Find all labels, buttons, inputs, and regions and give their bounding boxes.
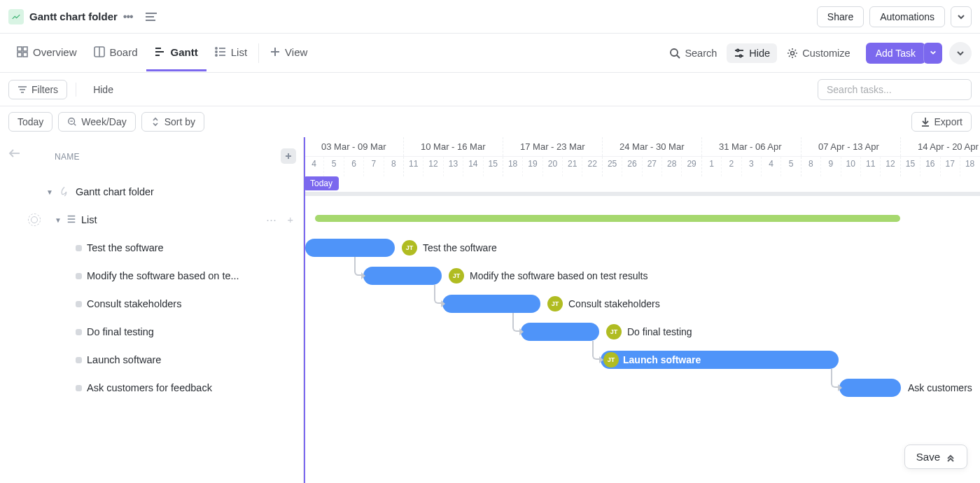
task-bar[interactable]: JTConsult stakeholders	[442, 295, 540, 313]
week-cell: 14 Apr - 20 Apr	[900, 137, 980, 156]
name-column-header: NAME	[0, 137, 303, 176]
folder-title[interactable]: Gantt chart folder	[29, 10, 118, 22]
day-cell: 27	[642, 157, 662, 176]
filters-label: Filters	[31, 84, 58, 95]
export-button[interactable]: Export	[911, 112, 972, 132]
more-icon[interactable]: •••	[123, 10, 133, 23]
name-header-label: NAME	[55, 152, 80, 162]
collapse-sidebar-icon[interactable]	[7, 148, 20, 160]
save-label: Save	[916, 451, 940, 463]
tab-list[interactable]: List	[206, 35, 255, 71]
top-header: Gantt chart folder ••• Share Automations	[0, 0, 980, 34]
day-cell: 6	[344, 157, 363, 176]
leaf-icon	[58, 186, 71, 198]
day-cell: 11	[403, 157, 423, 176]
description-icon[interactable]	[146, 13, 157, 21]
tab-gantt[interactable]: Gantt	[146, 35, 206, 71]
share-button[interactable]: Share	[817, 6, 864, 27]
save-button[interactable]: Save	[904, 444, 967, 469]
scroll-track[interactable]	[304, 192, 980, 196]
week-cell: 03 Mar - 09 Mar	[304, 137, 403, 156]
caret-down-icon[interactable]: ▼	[55, 216, 62, 224]
avatar-icon: JT	[547, 296, 563, 312]
tree-task-row[interactable]: Do final testing	[0, 318, 303, 346]
tool-customize[interactable]: Customize	[780, 43, 858, 63]
task-bar-launch[interactable]: JT Launch software	[601, 351, 839, 369]
day-cell: 14	[463, 157, 482, 176]
svg-point-25	[740, 55, 742, 57]
day-cell: 12	[880, 157, 899, 176]
customize-label: Customize	[802, 48, 850, 59]
filters-row: Filters Hide	[0, 73, 980, 106]
add-task-chevron[interactable]	[923, 43, 942, 64]
list-add-icon[interactable]: +	[288, 214, 293, 225]
tree-task-row[interactable]: Launch software	[0, 346, 303, 374]
svg-rect-3	[18, 47, 22, 51]
tree-list-row[interactable]: ▼ List ⋯ +	[0, 206, 303, 234]
bar-text: Consult stakeholders	[568, 298, 660, 309]
day-cell: 15	[900, 157, 920, 176]
tree-task-row[interactable]: Consult stakeholders	[0, 290, 303, 318]
dependency-arrow-icon	[519, 328, 524, 335]
day-cell: 8	[801, 157, 820, 176]
task-bar[interactable]: Ask customers	[839, 379, 901, 397]
task-bar[interactable]: JTTest the software	[305, 239, 395, 257]
week-cell: 07 Apr - 13 Apr	[801, 137, 900, 156]
day-cell: 5	[323, 157, 343, 176]
tab-list-label: List	[231, 46, 247, 58]
timeline[interactable]: 03 Mar - 09 Mar 10 Mar - 16 Mar 17 Mar -…	[304, 137, 980, 483]
tree-task-row[interactable]: Test the software	[0, 234, 303, 262]
task-bar-label: Ask customers	[901, 379, 972, 397]
day-cell: 16	[920, 157, 939, 176]
day-cell: 11	[860, 157, 880, 176]
caret-down-icon[interactable]: ▼	[46, 188, 53, 196]
dependency-arrow-icon	[599, 356, 603, 363]
dependency-arrow-icon	[838, 384, 842, 391]
tabs-right: Search Hide Customize Add Task	[662, 42, 972, 64]
filters-divider	[76, 83, 76, 97]
today-button[interactable]: Today	[8, 112, 52, 132]
day-cell: 1	[701, 157, 721, 176]
automations-chevron[interactable]	[951, 6, 972, 27]
tab-board[interactable]: Board	[85, 35, 146, 71]
bar-text: Ask customers	[908, 382, 972, 393]
search-tasks-input[interactable]	[818, 79, 972, 100]
task-name: Modify the software based on te...	[87, 270, 239, 281]
list-more-icon[interactable]: ⋯	[266, 214, 276, 225]
tabs-row: Overview Board Gantt List View Search Hi…	[0, 34, 980, 73]
tool-search[interactable]: Search	[662, 43, 724, 63]
filters-button[interactable]: Filters	[8, 80, 67, 99]
hide-button[interactable]: Hide	[85, 80, 122, 99]
add-task-button[interactable]: Add Task	[866, 43, 925, 64]
weekday-button[interactable]: Week/Day	[58, 112, 135, 132]
sortby-button[interactable]: Sort by	[141, 112, 204, 132]
tree-task-row[interactable]: Ask customers for feedback	[0, 374, 303, 402]
plus-icon	[270, 47, 280, 57]
zoom-icon	[67, 117, 77, 127]
weekday-label: Week/Day	[81, 116, 126, 127]
day-cell: 13	[443, 157, 463, 176]
tree-list: ▼ Gantt chart folder ▼ List ⋯ + Test the…	[0, 176, 303, 402]
day-cell: 2	[721, 157, 741, 176]
svg-rect-5	[18, 52, 22, 57]
task-bar[interactable]: JTDo final testing	[521, 323, 599, 341]
tree-task-row[interactable]: Modify the software based on te...	[0, 262, 303, 290]
task-tree: NAME ▼ Gantt chart folder ▼ List ⋯ + Tes…	[0, 137, 304, 483]
day-cell: 5	[780, 157, 800, 176]
day-cell: 19	[522, 157, 542, 176]
more-chevron-button[interactable]	[949, 42, 972, 64]
svg-point-23	[737, 49, 739, 51]
task-bar[interactable]: JTModify the software based on test resu…	[363, 267, 442, 285]
assignee-placeholder-icon[interactable]	[28, 214, 41, 226]
day-cell: 29	[681, 157, 701, 176]
status-dot	[76, 301, 82, 307]
add-column-button[interactable]	[281, 148, 296, 164]
tree-folder-row[interactable]: ▼ Gantt chart folder	[0, 178, 303, 206]
tool-hide[interactable]: Hide	[727, 43, 777, 63]
tab-overview[interactable]: Overview	[8, 35, 85, 71]
status-dot	[76, 357, 82, 363]
automations-button[interactable]: Automations	[869, 6, 945, 27]
filter-icon	[18, 85, 27, 94]
tab-add-view[interactable]: View	[262, 35, 316, 71]
group-summary-bar[interactable]	[315, 215, 900, 222]
